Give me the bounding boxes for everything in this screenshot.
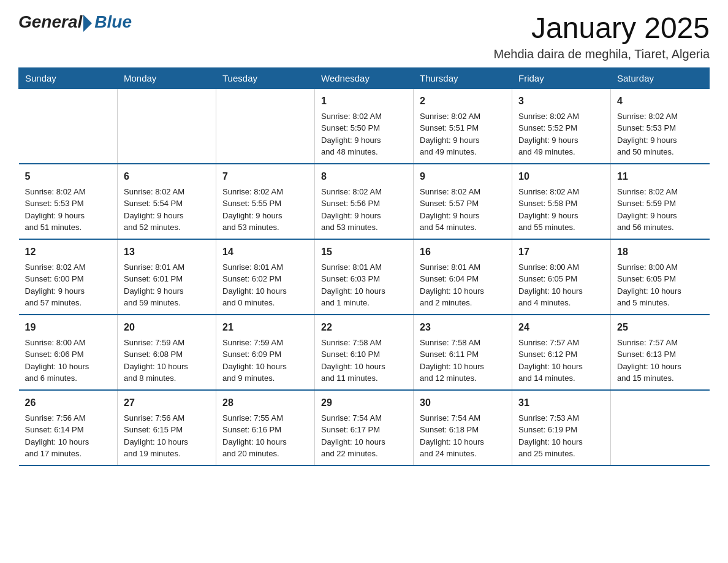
day-info: Sunrise: 8:02 AM <box>25 261 112 274</box>
day-info: Daylight: 9 hours <box>25 285 112 297</box>
day-number: 22 <box>321 320 407 335</box>
day-info: Sunrise: 8:02 AM <box>617 186 703 198</box>
day-info: and 51 minutes. <box>25 221 112 234</box>
calendar-cell: 12Sunrise: 8:02 AMSunset: 6:00 PMDayligh… <box>19 239 118 315</box>
day-info: Sunset: 5:53 PM <box>617 122 703 134</box>
day-info: and 57 minutes. <box>25 297 112 309</box>
day-info: Sunset: 6:19 PM <box>518 424 604 436</box>
day-info: and 9 minutes. <box>222 372 308 385</box>
calendar-header: Sunday Monday Tuesday Wednesday Thursday… <box>19 67 710 88</box>
day-info: Sunrise: 7:59 AM <box>222 337 308 349</box>
day-info: Sunrise: 8:02 AM <box>321 110 407 123</box>
calendar-cell: 22Sunrise: 7:58 AMSunset: 6:10 PMDayligh… <box>315 315 414 390</box>
calendar-cell: 23Sunrise: 7:58 AMSunset: 6:11 PMDayligh… <box>414 315 512 390</box>
day-info: Sunset: 5:51 PM <box>420 122 506 134</box>
page-title: January 2025 <box>494 12 710 45</box>
calendar-cell: 8Sunrise: 8:02 AMSunset: 5:56 PMDaylight… <box>315 164 414 239</box>
day-info: Sunrise: 8:02 AM <box>420 110 506 123</box>
day-info: Daylight: 9 hours <box>222 210 308 222</box>
day-info: and 8 minutes. <box>124 372 210 385</box>
day-info: and 0 minutes. <box>222 297 308 309</box>
day-info: Daylight: 9 hours <box>420 210 506 222</box>
day-info: and 49 minutes. <box>420 146 506 158</box>
day-info: Sunset: 6:09 PM <box>222 348 308 361</box>
day-number: 1 <box>321 94 407 109</box>
day-info: and 52 minutes. <box>124 221 210 234</box>
calendar-cell: 11Sunrise: 8:02 AMSunset: 5:59 PMDayligh… <box>611 164 710 239</box>
day-info: Sunset: 5:57 PM <box>420 197 506 210</box>
calendar-cell <box>611 390 710 465</box>
calendar-week-4: 19Sunrise: 8:00 AMSunset: 6:06 PMDayligh… <box>19 315 710 390</box>
day-info: and 55 minutes. <box>518 221 604 234</box>
calendar-cell: 29Sunrise: 7:54 AMSunset: 6:17 PMDayligh… <box>315 390 414 465</box>
day-number: 17 <box>518 245 604 259</box>
calendar-cell: 21Sunrise: 7:59 AMSunset: 6:09 PMDayligh… <box>216 315 315 390</box>
calendar-cell: 2Sunrise: 8:02 AMSunset: 5:51 PMDaylight… <box>414 88 512 164</box>
day-number: 31 <box>518 396 604 410</box>
calendar-cell: 14Sunrise: 8:01 AMSunset: 6:02 PMDayligh… <box>216 239 315 315</box>
day-info: Daylight: 9 hours <box>124 210 210 222</box>
day-info: Daylight: 9 hours <box>321 134 407 147</box>
title-block: January 2025 Mehdia daira de meghila, Ti… <box>494 12 710 61</box>
calendar-cell: 3Sunrise: 8:02 AMSunset: 5:52 PMDaylight… <box>512 88 611 164</box>
day-number: 19 <box>25 320 112 335</box>
day-info: Sunrise: 8:02 AM <box>321 186 407 198</box>
calendar-cell: 9Sunrise: 8:02 AMSunset: 5:57 PMDaylight… <box>414 164 512 239</box>
calendar-cell: 26Sunrise: 7:56 AMSunset: 6:14 PMDayligh… <box>19 390 118 465</box>
day-info: Sunrise: 8:00 AM <box>617 261 703 274</box>
calendar-cell: 1Sunrise: 8:02 AMSunset: 5:50 PMDaylight… <box>315 88 414 164</box>
day-info: Sunset: 5:50 PM <box>321 122 407 134</box>
day-info: Sunrise: 8:00 AM <box>518 261 604 274</box>
day-number: 18 <box>617 245 703 259</box>
day-number: 7 <box>222 169 308 184</box>
logo-general: General <box>18 12 82 32</box>
day-info: Sunset: 6:05 PM <box>518 273 604 285</box>
day-info: and 25 minutes. <box>518 448 604 460</box>
day-number: 2 <box>420 94 506 109</box>
day-info: Sunset: 6:01 PM <box>124 273 210 285</box>
day-info: Sunrise: 7:58 AM <box>420 337 506 349</box>
day-info: Daylight: 10 hours <box>518 361 604 373</box>
col-friday: Friday <box>512 67 611 88</box>
day-info: and 17 minutes. <box>25 448 112 460</box>
day-info: Daylight: 10 hours <box>222 436 308 448</box>
day-info: Sunset: 6:17 PM <box>321 424 407 436</box>
day-number: 4 <box>617 94 703 109</box>
day-number: 29 <box>321 396 407 410</box>
day-info: Daylight: 10 hours <box>124 361 210 373</box>
day-info: and 22 minutes. <box>321 448 407 460</box>
calendar-week-3: 12Sunrise: 8:02 AMSunset: 6:00 PMDayligh… <box>19 239 710 315</box>
day-info: Sunrise: 8:02 AM <box>518 186 604 198</box>
day-info: Sunset: 6:18 PM <box>420 424 506 436</box>
calendar-cell: 31Sunrise: 7:53 AMSunset: 6:19 PMDayligh… <box>512 390 611 465</box>
day-info: Sunset: 6:05 PM <box>617 273 703 285</box>
day-info: and 5 minutes. <box>617 297 703 309</box>
day-info: Sunrise: 7:59 AM <box>124 337 210 349</box>
day-info: Daylight: 9 hours <box>321 210 407 222</box>
day-info: Sunrise: 8:02 AM <box>124 186 210 198</box>
day-info: and 11 minutes. <box>321 372 407 385</box>
day-info: and 48 minutes. <box>321 146 407 158</box>
calendar-cell: 27Sunrise: 7:56 AMSunset: 6:15 PMDayligh… <box>118 390 216 465</box>
day-info: Sunset: 6:11 PM <box>420 348 506 361</box>
day-info: Sunset: 6:06 PM <box>25 348 112 361</box>
day-info: and 54 minutes. <box>420 221 506 234</box>
day-info: Daylight: 9 hours <box>617 134 703 147</box>
calendar-cell: 20Sunrise: 7:59 AMSunset: 6:08 PMDayligh… <box>118 315 216 390</box>
day-number: 13 <box>124 245 210 259</box>
day-info: Daylight: 10 hours <box>420 436 506 448</box>
day-info: and 56 minutes. <box>617 221 703 234</box>
day-info: Sunrise: 8:01 AM <box>321 261 407 274</box>
day-number: 30 <box>420 396 506 410</box>
logo-triangle-icon <box>83 15 92 32</box>
day-info: Daylight: 10 hours <box>321 361 407 373</box>
day-info: Daylight: 10 hours <box>420 285 506 297</box>
day-info: Daylight: 10 hours <box>124 436 210 448</box>
day-info: Daylight: 10 hours <box>420 361 506 373</box>
day-info: and 20 minutes. <box>222 448 308 460</box>
day-info: Sunset: 6:10 PM <box>321 348 407 361</box>
day-info: Daylight: 10 hours <box>617 285 703 297</box>
day-number: 11 <box>617 169 703 184</box>
day-number: 21 <box>222 320 308 335</box>
calendar-cell: 10Sunrise: 8:02 AMSunset: 5:58 PMDayligh… <box>512 164 611 239</box>
